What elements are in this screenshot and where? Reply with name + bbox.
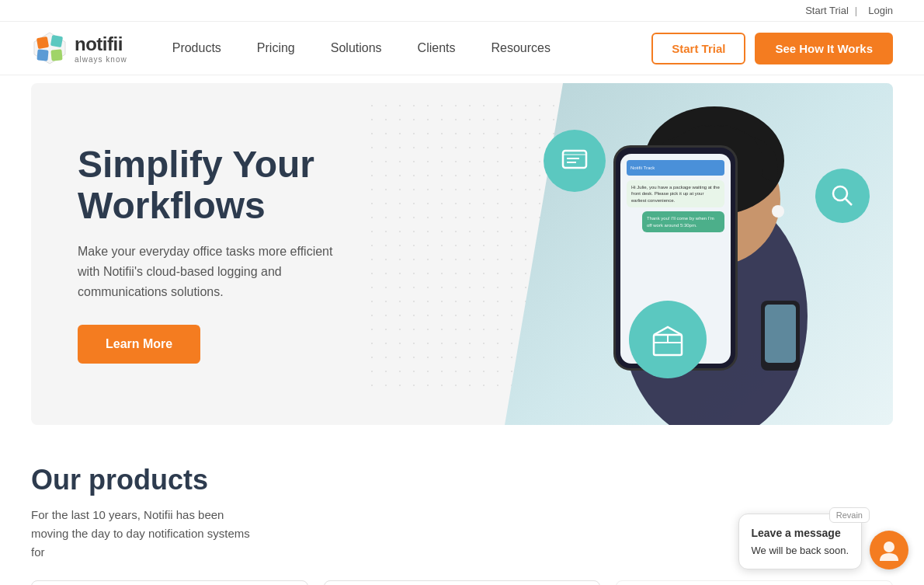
header-start-trial-button[interactable]: Start Trial: [651, 33, 745, 64]
hero-icon-box: [629, 301, 707, 378]
topbar-start-trial[interactable]: Start Trial: [805, 5, 849, 16]
nav-solutions[interactable]: Solutions: [317, 35, 396, 61]
hero-content: Simplify Your Workflows Make your everyd…: [31, 98, 404, 410]
products-section-desc: For the last 10 years, Notifii has been …: [31, 506, 264, 562]
nav-products[interactable]: Products: [158, 35, 235, 61]
products-grid: 📦 track Mailroom management 💬 connect Em…: [31, 580, 893, 585]
svg-line-17: [845, 198, 852, 205]
logo-text: notifii always know: [75, 33, 127, 64]
topbar-sep: |: [855, 5, 857, 16]
hero-icon-message: [544, 130, 606, 192]
product-card-third[interactable]: 🔔 notify Resident platform: [616, 580, 893, 585]
top-bar: Start Trial | Login: [0, 0, 924, 22]
svg-rect-11: [765, 305, 796, 363]
main-nav: Products Pricing Solutions Clients Resou…: [158, 35, 652, 61]
chat-bubble-title: Leave a message: [752, 525, 849, 541]
nav-clients[interactable]: Clients: [404, 35, 470, 61]
nav-resources[interactable]: Resources: [477, 35, 564, 61]
hero-icon-search: [815, 169, 870, 223]
phone-message-received: Hi Julie, you have a package waiting at …: [627, 180, 724, 207]
svg-rect-2: [50, 35, 63, 47]
learn-more-button[interactable]: Learn More: [78, 325, 200, 364]
hero-section: Simplify Your Workflows Make your everyd…: [31, 83, 893, 425]
product-card-connect[interactable]: 💬 connect Email & text platform: [324, 580, 601, 585]
revain-label: Revain: [836, 510, 863, 520]
svg-rect-1: [36, 37, 49, 49]
products-section-title: Our products: [31, 464, 893, 496]
hero-image-area: Notifii Track Hi Julie, you have a packa…: [349, 83, 893, 425]
chat-bubble-text: We will be back soon.: [752, 545, 849, 556]
product-card-track[interactable]: 📦 track Mailroom management: [31, 580, 308, 585]
svg-point-9: [772, 205, 784, 218]
hero-description: Make your everyday office tasks more eff…: [78, 242, 357, 301]
package-icon: [649, 321, 686, 358]
nav-pricing[interactable]: Pricing: [243, 35, 309, 61]
logo-icon: [31, 30, 68, 67]
logo[interactable]: notifii always know: [31, 30, 127, 67]
chat-avatar-icon: [878, 539, 900, 561]
phone-message-reply: Thank you! I'll come by when I'm off wor…: [642, 211, 724, 232]
hero-title: Simplify Your Workflows: [78, 145, 357, 227]
header-see-how-button[interactable]: See How It Works: [755, 33, 893, 64]
header: notifii always know Products Pricing Sol…: [0, 22, 924, 75]
search-icon: [830, 183, 855, 208]
svg-rect-3: [36, 49, 48, 61]
logo-name: notifii: [75, 33, 127, 55]
topbar-login[interactable]: Login: [868, 5, 893, 16]
chat-revain-badge: Revain: [829, 507, 870, 523]
svg-rect-4: [50, 49, 62, 61]
chat-avatar-button[interactable]: [870, 531, 908, 569]
header-actions: Start Trial See How It Works: [651, 33, 893, 64]
svg-point-21: [884, 541, 894, 552]
logo-tagline: always know: [75, 55, 127, 64]
chat-widget: Leave a message We will be back soon. Re…: [738, 514, 909, 570]
message-icon: [561, 147, 589, 175]
